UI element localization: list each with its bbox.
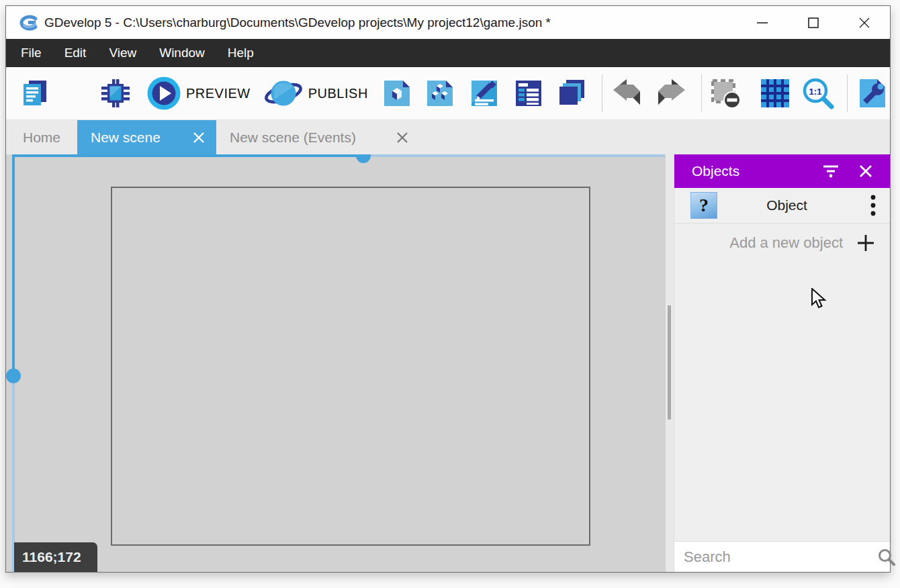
grid-button[interactable] xyxy=(758,77,792,110)
objects-panel-title: Objects xyxy=(692,163,813,179)
menu-file[interactable]: File xyxy=(13,39,50,67)
menu-edit[interactable]: Edit xyxy=(56,39,95,67)
toolbar-separator xyxy=(701,75,702,112)
tab-home-label: Home xyxy=(23,130,60,146)
redo-icon xyxy=(654,77,688,110)
panel-close-icon xyxy=(859,164,872,178)
add-object-label: Add a new object xyxy=(729,234,843,252)
preview-label: PREVIEW xyxy=(186,86,251,101)
app-window: GDevelop 5 - C:\Users\charburg\Documents… xyxy=(5,5,891,573)
selection-edge-left xyxy=(12,157,15,376)
object-name: Object xyxy=(717,197,856,213)
undo-button[interactable] xyxy=(611,77,644,110)
selection-handle-left[interactable] xyxy=(6,369,21,383)
scene-properties-button[interactable] xyxy=(856,77,889,110)
filter-objects-button[interactable] xyxy=(813,154,848,188)
debugger-icon xyxy=(99,77,132,110)
title-bar: GDevelop 5 - C:\Users\charburg\Documents… xyxy=(6,6,890,39)
events-editor-button[interactable] xyxy=(512,77,545,110)
kebab-menu-icon xyxy=(870,194,876,217)
menu-view[interactable]: View xyxy=(101,39,144,67)
selection-edge-top xyxy=(12,154,363,157)
deselect-button[interactable] xyxy=(709,77,742,110)
game-window-frame xyxy=(111,187,590,546)
preview-play-icon xyxy=(147,77,181,110)
tab-new-scene[interactable]: New scene xyxy=(77,120,216,154)
canvas-scrollbar[interactable] xyxy=(666,154,674,572)
publish-label: PUBLISH xyxy=(308,86,368,101)
plus-icon xyxy=(856,234,875,252)
add-object-button[interactable] xyxy=(856,234,875,252)
object-thumbnail: ? xyxy=(690,192,717,219)
objects-panel-header: Objects xyxy=(674,154,890,188)
search-input[interactable] xyxy=(674,548,877,566)
add-object-row[interactable]: Add a new object xyxy=(674,224,890,262)
wrench-icon xyxy=(856,77,889,110)
tab-home[interactable]: Home xyxy=(6,120,77,154)
properties-pencil-icon xyxy=(467,77,501,110)
preview-button[interactable]: PREVIEW xyxy=(147,77,251,110)
undo-icon xyxy=(611,77,644,110)
filter-icon xyxy=(822,164,840,179)
search-icon xyxy=(877,548,896,567)
toolbar-separator xyxy=(847,75,848,112)
main-area: 1166;172 Objects xyxy=(6,154,890,572)
events-list-icon xyxy=(512,77,545,110)
scene-canvas[interactable]: 1166;172 xyxy=(6,154,666,572)
menu-window[interactable]: Window xyxy=(151,39,213,67)
search-bar xyxy=(674,541,890,572)
objects-editor-icon xyxy=(380,77,414,110)
tab-new-scene-events[interactable]: New scene (Events) xyxy=(216,120,420,154)
tab-new-scene-label: New scene xyxy=(91,130,161,146)
project-manager-icon xyxy=(18,77,52,110)
zoom-1-1-icon: 1:1 xyxy=(801,77,835,110)
tab-new-scene-events-label: New scene (Events) xyxy=(230,130,356,146)
selection-edge-top-light xyxy=(363,154,665,157)
gdevelop-logo-icon xyxy=(18,13,38,33)
publish-globe-icon xyxy=(264,74,303,113)
project-manager-button[interactable] xyxy=(18,77,52,110)
publish-button[interactable]: PUBLISH xyxy=(264,74,368,113)
zoom-reset-button[interactable]: 1:1 xyxy=(801,77,835,110)
objects-panel-empty-space xyxy=(674,262,890,541)
layers-icon xyxy=(555,77,588,110)
tab-close-icon xyxy=(193,132,205,144)
close-icon xyxy=(857,15,872,30)
debugger-button[interactable] xyxy=(99,77,132,110)
toolbar: PREVIEW PUBLISH xyxy=(6,67,890,119)
close-objects-panel-button[interactable] xyxy=(848,154,883,188)
selection-handle-top[interactable] xyxy=(356,154,371,163)
minimize-icon xyxy=(755,15,770,30)
window-controls xyxy=(737,6,890,39)
cursor-coordinates-badge: 1166;172 xyxy=(14,542,97,572)
close-button[interactable] xyxy=(839,6,890,39)
properties-button[interactable] xyxy=(467,77,501,110)
tab-events-close-button[interactable] xyxy=(385,120,420,154)
object-list-item[interactable]: ? Object xyxy=(674,188,890,224)
tab-bar: Home New scene New scene (Events) xyxy=(6,119,890,154)
grid-icon xyxy=(758,77,792,110)
object-groups-button[interactable] xyxy=(423,77,457,110)
object-groups-icon xyxy=(423,77,457,110)
deselect-icon xyxy=(709,77,742,110)
menu-help[interactable]: Help xyxy=(220,39,262,67)
object-menu-button[interactable] xyxy=(856,194,890,217)
objects-editor-button[interactable] xyxy=(380,77,414,110)
toolbar-separator xyxy=(602,75,602,112)
tab-new-scene-close-button[interactable] xyxy=(181,120,216,154)
tab-close-icon xyxy=(396,132,408,144)
layers-button[interactable] xyxy=(555,77,588,110)
minimize-button[interactable] xyxy=(737,6,788,39)
scrollbar-thumb[interactable] xyxy=(668,305,671,420)
menu-bar: File Edit View Window Help xyxy=(6,39,890,67)
zoom-1-1-label: 1:1 xyxy=(809,87,821,97)
maximize-button[interactable] xyxy=(788,6,839,39)
search-button[interactable] xyxy=(877,548,896,567)
window-title: GDevelop 5 - C:\Users\charburg\Documents… xyxy=(44,15,551,30)
maximize-icon xyxy=(806,15,821,30)
objects-panel: Objects ? Object xyxy=(674,154,890,572)
redo-button[interactable] xyxy=(654,77,688,110)
